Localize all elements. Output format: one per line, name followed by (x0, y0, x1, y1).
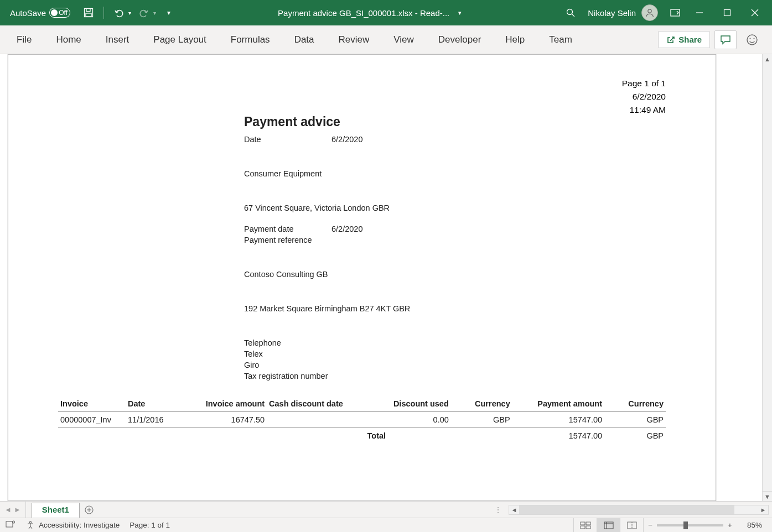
tab-developer[interactable]: Developer (426, 25, 494, 54)
cell-invoice: 00000007_Inv (58, 412, 126, 428)
autosave-control[interactable]: AutoSave Off (4, 8, 76, 18)
hscroll-right-arrow[interactable]: ► (758, 507, 768, 513)
divider (103, 7, 104, 19)
svg-point-19 (29, 521, 31, 523)
cell-payment-amount: 15747.00 (512, 412, 604, 428)
telephone-label: Telephone (244, 338, 666, 347)
tab-formulas[interactable]: Formulas (219, 25, 282, 54)
normal-view-button[interactable] (573, 518, 597, 533)
undo-button[interactable] (110, 4, 128, 21)
tab-help[interactable]: Help (493, 25, 537, 54)
svg-rect-22 (581, 526, 585, 529)
ribbon-right: Share (658, 30, 768, 49)
tab-insert[interactable]: Insert (94, 25, 142, 54)
svg-rect-17 (6, 521, 13, 527)
autosave-label: AutoSave (10, 8, 46, 18)
horizontal-scrollbar[interactable]: ◄ ► (509, 505, 769, 515)
svg-rect-8 (724, 10, 730, 16)
zoom-thumb[interactable] (683, 521, 688, 529)
total-amount: 15747.00 (512, 428, 604, 444)
date-label: Date (244, 135, 331, 144)
hscroll-left-arrow[interactable]: ◄ (509, 507, 519, 513)
svg-point-12 (750, 38, 751, 39)
tab-home[interactable]: Home (44, 25, 93, 54)
workbook-content: Page 1 of 1 6/2/2020 11:49 AM Payment ad… (0, 54, 772, 501)
page-layout-view-button[interactable] (597, 518, 620, 533)
customize-qat-button[interactable]: ▾ (159, 4, 178, 21)
table-header-row: Invoice Date Invoice amount Cash discoun… (58, 396, 666, 412)
comments-button[interactable] (714, 30, 737, 49)
redo-menu-caret[interactable]: ▾ (153, 10, 156, 16)
cell-currency2: GBP (604, 412, 666, 428)
cell-cash-discount-date (267, 412, 365, 428)
zoom-percent[interactable]: 85% (737, 521, 762, 529)
ribbon-tabs: File Home Insert Page Layout Formulas Da… (0, 25, 772, 54)
payment-table: Invoice Date Invoice amount Cash discoun… (58, 396, 666, 444)
record-macro-icon[interactable] (6, 520, 15, 530)
sheet-tab-sheet1[interactable]: Sheet1 (32, 503, 80, 518)
page-meta: Page 1 of 1 6/2/2020 11:49 AM (622, 77, 666, 117)
tab-page-layout[interactable]: Page Layout (141, 25, 218, 54)
vertical-scrollbar[interactable]: ▲ ▼ (762, 54, 772, 501)
title-bar: AutoSave Off ▾ ▾ ▾ Payment advice GB_SI_… (0, 0, 772, 25)
account-name: Nikolay Selin (588, 8, 636, 18)
col-discount-used: Discount used (365, 396, 451, 412)
tab-team[interactable]: Team (537, 25, 584, 54)
zoom-in-button[interactable]: + (728, 521, 732, 529)
zoom-area: − + 85% (643, 518, 766, 533)
cell-date: 11/1/2016 (126, 412, 181, 428)
accessibility-status[interactable]: Accessibility: Investigate (25, 520, 120, 530)
minimize-button[interactable] (687, 4, 712, 21)
col-date: Date (126, 396, 181, 412)
scroll-down-arrow[interactable]: ▼ (763, 491, 772, 501)
tab-data[interactable]: Data (282, 25, 327, 54)
payer-addr: 67 Vincent Square, Victoria London GBR (244, 204, 666, 212)
page-preview[interactable]: Page 1 of 1 6/2/2020 11:49 AM Payment ad… (8, 54, 716, 501)
new-sheet-button[interactable] (80, 502, 99, 518)
tab-review[interactable]: Review (327, 25, 382, 54)
col-currency2: Currency (604, 396, 666, 412)
page-indicator: Page 1 of 1 (622, 77, 666, 90)
scroll-up-arrow[interactable]: ▲ (763, 54, 772, 64)
date-value: 6/2/2020 (331, 135, 362, 144)
splitter-handle-icon[interactable]: ⋮ (491, 505, 505, 514)
cell-currency1: GBP (451, 412, 512, 428)
tab-file[interactable]: File (4, 25, 44, 54)
ribbon-options-button[interactable] (666, 4, 685, 21)
close-button[interactable] (742, 4, 768, 21)
status-bar: Accessibility: Investigate Page: 1 of 1 … (0, 518, 772, 532)
account-area[interactable]: Nikolay Selin (582, 4, 664, 21)
col-payment-amount: Payment amount (512, 396, 604, 412)
search-button[interactable] (561, 4, 580, 21)
tab-view[interactable]: View (381, 25, 426, 54)
title-menu-caret[interactable]: ▾ (458, 9, 462, 17)
hscroll-track[interactable] (519, 505, 758, 514)
payment-date-label: Payment date (244, 225, 331, 233)
payment-ref-label: Payment reference (244, 236, 331, 244)
svg-point-11 (747, 35, 757, 45)
payment-date-value: 6/2/2020 (331, 225, 362, 233)
maximize-button[interactable] (714, 4, 740, 21)
payee-name: Contoso Consulting GB (244, 270, 666, 279)
print-time: 11:49 AM (622, 103, 666, 117)
print-date: 6/2/2020 (622, 90, 666, 103)
sheet-prev-button[interactable]: ◄ (4, 505, 12, 514)
sheet-next-button[interactable]: ► (14, 505, 21, 514)
taxreg-label: Tax registration number (244, 372, 666, 380)
save-button[interactable] (79, 4, 98, 21)
svg-rect-23 (586, 526, 590, 529)
zoom-out-button[interactable]: − (648, 521, 652, 529)
total-currency: GBP (604, 428, 666, 444)
feedback-button[interactable] (741, 30, 763, 49)
redo-button[interactable] (134, 4, 153, 21)
page-break-view-button[interactable] (620, 518, 643, 533)
share-button[interactable]: Share (658, 31, 710, 48)
table-row: 00000007_Inv 11/1/2016 16747.50 0.00 GBP… (58, 412, 666, 428)
hscroll-thumb[interactable] (519, 505, 734, 514)
col-invoice: Invoice (58, 396, 126, 412)
zoom-slider[interactable] (657, 524, 723, 526)
cell-discount-used: 0.00 (365, 412, 451, 428)
document-body: Payment advice Date 6/2/2020 Consumer Eq… (8, 55, 716, 466)
undo-menu-caret[interactable]: ▾ (128, 10, 131, 16)
autosave-toggle[interactable]: Off (49, 8, 70, 18)
